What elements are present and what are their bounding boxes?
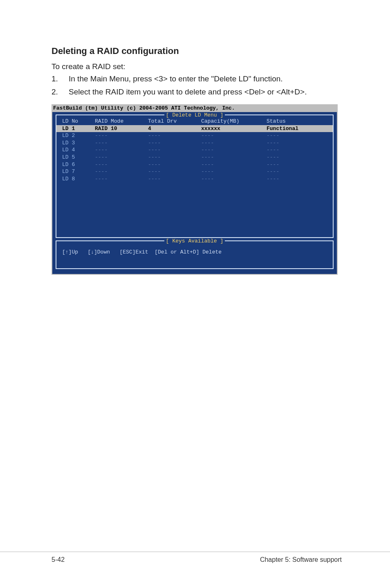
- section-heading: Deleting a RAID configuration: [52, 46, 342, 56]
- cell-ld-no: LD 5: [62, 154, 95, 161]
- cell-ld-no: LD 7: [62, 168, 95, 175]
- cell-total-drv: ----: [148, 154, 201, 161]
- list-item: 1. In the Main Menu, press <3> to enter …: [52, 74, 342, 84]
- keys-box-title: [ Keys Available ]: [56, 238, 333, 245]
- col-raid-mode: RAID Mode: [95, 118, 148, 125]
- table-row[interactable]: LD 2 ---- ---- ---- ----: [56, 132, 333, 139]
- list-item: 2. Select the RAID item you want to dele…: [52, 87, 342, 97]
- cell-status: ----: [267, 161, 327, 168]
- col-total-drv: Total Drv: [148, 118, 201, 125]
- cell-ld-no: LD 3: [62, 139, 95, 147]
- cell-capacity: ----: [201, 175, 267, 183]
- intro-text: To create a RAID set:: [52, 62, 342, 71]
- cell-total-drv: ----: [148, 161, 201, 168]
- cell-status: ----: [267, 139, 327, 147]
- table-row[interactable]: LD 4 ---- ---- ---- ----: [56, 146, 333, 154]
- step-text: Select the RAID item you want to delete …: [69, 87, 342, 97]
- menu-box-title: [ Delete LD Menu ]: [56, 112, 333, 119]
- cell-status: ----: [267, 146, 327, 154]
- keys-available-box: [ Keys Available ] [↑]Up [↓]Down [ESC]Ex…: [56, 240, 334, 269]
- bios-utility-title: FastBuild (tm) Utility (c) 2004-2005 ATI…: [52, 105, 337, 112]
- cell-total-drv: 4: [148, 125, 201, 132]
- bios-screenshot: FastBuild (tm) Utility (c) 2004-2005 ATI…: [52, 104, 338, 275]
- cell-total-drv: ----: [148, 168, 201, 175]
- step-number: 2.: [52, 87, 69, 97]
- cell-ld-no: LD 4: [62, 146, 95, 154]
- cell-raid-mode: ----: [95, 139, 148, 147]
- page-number: 5-42: [52, 556, 65, 563]
- cell-raid-mode: ----: [95, 154, 148, 161]
- table-row[interactable]: LD 6 ---- ---- ---- ----: [56, 161, 333, 168]
- cell-capacity: ----: [201, 161, 267, 168]
- step-list: 1. In the Main Menu, press <3> to enter …: [52, 74, 342, 97]
- delete-ld-menu-box: [ Delete LD Menu ] LD No RAID Mode Total…: [56, 114, 334, 238]
- cell-capacity: ----: [201, 132, 267, 139]
- cell-status: ----: [267, 154, 327, 161]
- table-row[interactable]: LD 7 ---- ---- ---- ----: [56, 168, 333, 175]
- cell-raid-mode: ----: [95, 175, 148, 183]
- bios-body: [ Delete LD Menu ] LD No RAID Mode Total…: [52, 112, 337, 274]
- cell-status: Functional: [267, 125, 327, 132]
- cell-capacity: ----: [201, 139, 267, 147]
- cell-status: ----: [267, 132, 327, 139]
- cell-status: ----: [267, 175, 327, 183]
- cell-capacity: ----: [201, 154, 267, 161]
- cell-total-drv: ----: [148, 146, 201, 154]
- page: Deleting a RAID configuration To create …: [0, 0, 390, 588]
- col-status: Status: [267, 118, 327, 125]
- table-row[interactable]: LD 3 ---- ---- ---- ----: [56, 139, 333, 147]
- cell-total-drv: ----: [148, 175, 201, 183]
- step-number: 1.: [52, 74, 69, 84]
- table-header: LD No RAID Mode Total Drv Capacity(MB) S…: [56, 118, 333, 125]
- cell-status: ----: [267, 168, 327, 175]
- cell-total-drv: ----: [148, 132, 201, 139]
- col-ld-no: LD No: [62, 118, 95, 125]
- page-footer: 5-42 Chapter 5: Software support: [0, 552, 390, 563]
- cell-capacity: ----: [201, 146, 267, 154]
- chapter-label: Chapter 5: Software support: [260, 556, 342, 563]
- cell-ld-no: LD 8: [62, 175, 95, 183]
- menu-empty-space: [56, 182, 333, 236]
- table-row[interactable]: LD 5 ---- ---- ---- ----: [56, 154, 333, 161]
- keys-line: [↑]Up [↓]Down [ESC]Exit [Del or Alt+D] D…: [56, 244, 333, 258]
- cell-ld-no: LD 1: [62, 125, 95, 132]
- table-row[interactable]: LD 8 ---- ---- ---- ----: [56, 175, 333, 183]
- cell-ld-no: LD 2: [62, 132, 95, 139]
- cell-raid-mode: ----: [95, 168, 148, 175]
- cell-ld-no: LD 6: [62, 161, 95, 168]
- cell-capacity: ----: [201, 168, 267, 175]
- cell-raid-mode: ----: [95, 146, 148, 154]
- cell-raid-mode: ----: [95, 161, 148, 168]
- cell-raid-mode: RAID 10: [95, 125, 148, 132]
- cell-total-drv: ----: [148, 139, 201, 147]
- cell-capacity: xxxxxx: [201, 125, 267, 132]
- cell-raid-mode: ----: [95, 132, 148, 139]
- col-capacity: Capacity(MB): [201, 118, 267, 125]
- table-row[interactable]: LD 1 RAID 10 4 xxxxxx Functional: [56, 125, 333, 132]
- step-text: In the Main Menu, press <3> to enter the…: [69, 74, 342, 84]
